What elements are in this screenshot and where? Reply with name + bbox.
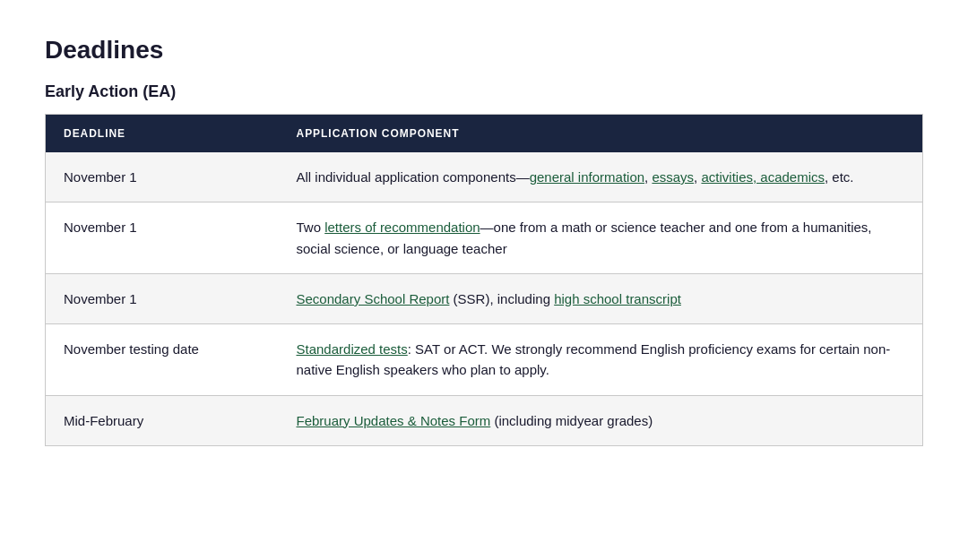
table-header: DEADLINE APPLICATION COMPONENT [46, 115, 923, 153]
section-title: Early Action (EA) [45, 82, 923, 101]
component-cell: Secondary School Report (SSR), including… [279, 273, 923, 323]
table-row: November 1 All individual application co… [46, 152, 923, 202]
ssr-link[interactable]: Secondary School Report [297, 291, 450, 306]
col-header-component: APPLICATION COMPONENT [279, 115, 923, 153]
page-title: Deadlines [45, 36, 923, 65]
standardized-tests-link[interactable]: Standardized tests [297, 341, 408, 357]
table-row: November 1 Two letters of recommendation… [46, 202, 923, 274]
component-cell: February Updates & Notes Form (including… [279, 395, 923, 445]
transcript-link[interactable]: high school transcript [554, 291, 681, 306]
deadlines-table: DEADLINE APPLICATION COMPONENT November … [45, 114, 923, 446]
essays-link[interactable]: essays [652, 169, 694, 185]
component-middle: (SSR), including [449, 291, 554, 306]
table-row: November testing date Standardized tests… [46, 324, 923, 396]
general-information-link[interactable]: general information [530, 169, 644, 185]
table-row: November 1 Secondary School Report (SSR)… [46, 273, 923, 323]
deadline-cell: Mid-February [46, 395, 279, 445]
table-row: Mid-February February Updates & Notes Fo… [46, 395, 923, 445]
component-suffix: , etc. [825, 169, 854, 185]
deadline-cell: November testing date [46, 324, 279, 396]
deadline-cell: November 1 [46, 152, 279, 202]
component-text-prefix: Two [297, 220, 325, 235]
deadline-cell: November 1 [46, 273, 279, 323]
component-cell: All individual application components—ge… [279, 152, 923, 202]
col-header-deadline: DEADLINE [46, 115, 279, 153]
deadline-cell: November 1 [46, 202, 279, 274]
february-updates-link[interactable]: February Updates & Notes Form [297, 413, 491, 428]
table-body: November 1 All individual application co… [46, 152, 923, 445]
activities-academics-link[interactable]: activities, academics [701, 169, 825, 185]
letters-of-recommendation-link[interactable]: letters of recommendation [324, 220, 480, 235]
component-cell: Standardized tests: SAT or ACT. We stron… [279, 324, 923, 396]
component-suffix: (including midyear grades) [490, 413, 653, 428]
component-cell: Two letters of recommendation—one from a… [279, 202, 923, 274]
component-text-prefix: All individual application components— [297, 169, 530, 185]
